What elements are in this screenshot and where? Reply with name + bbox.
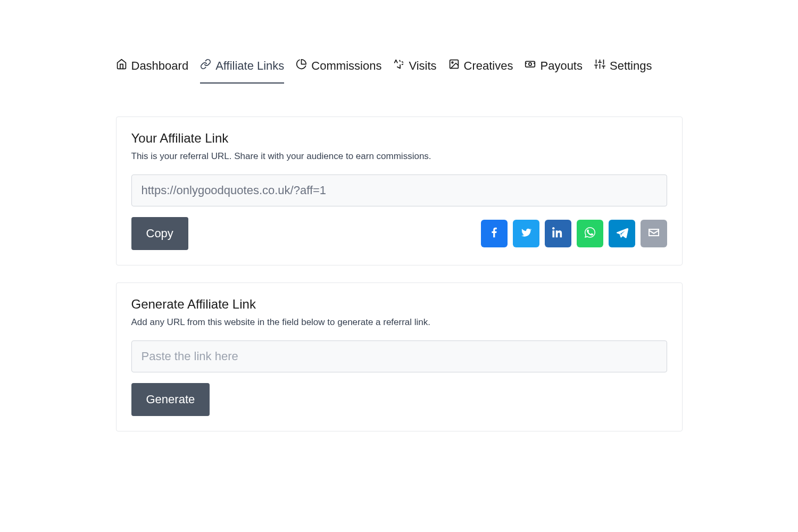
svg-point-1 (452, 62, 453, 63)
tab-label: Creatives (464, 59, 513, 73)
share-linkedin-button[interactable] (545, 220, 571, 247)
tab-label: Dashboard (131, 59, 189, 73)
telegram-icon (616, 226, 628, 241)
svg-point-3 (529, 63, 531, 65)
home-icon (116, 59, 127, 73)
image-icon (448, 59, 460, 73)
share-whatsapp-button[interactable] (577, 220, 603, 247)
share-telegram-button[interactable] (609, 220, 635, 247)
affiliate-link-heading: Your Affiliate Link (131, 131, 667, 146)
tab-label: Visits (409, 59, 436, 73)
tab-creatives[interactable]: Creatives (448, 59, 513, 84)
whatsapp-icon (584, 226, 596, 241)
share-twitter-button[interactable] (513, 220, 539, 247)
tab-settings[interactable]: Settings (594, 59, 652, 84)
generate-button[interactable]: Generate (131, 383, 210, 416)
share-facebook-button[interactable] (481, 220, 508, 247)
tab-dashboard[interactable]: Dashboard (116, 59, 189, 84)
tab-label: Affiliate Links (215, 59, 284, 73)
tab-payouts[interactable]: Payouts (525, 59, 583, 84)
share-buttons (481, 220, 667, 247)
affiliate-link-input[interactable] (131, 174, 667, 206)
copy-button[interactable]: Copy (131, 217, 188, 250)
tab-label: Settings (610, 59, 652, 73)
tab-label: Payouts (540, 59, 583, 73)
affiliate-link-description: This is your referral URL. Share it with… (131, 151, 667, 162)
share-email-button[interactable] (641, 220, 667, 247)
email-icon (647, 226, 660, 241)
link-icon (200, 59, 211, 73)
svg-rect-2 (526, 61, 535, 67)
tab-commissions[interactable]: Commissions (296, 59, 381, 84)
nav-tabs: Dashboard Affiliate Links Commissions Vi… (116, 59, 683, 84)
click-icon (393, 59, 404, 73)
twitter-icon (520, 227, 532, 240)
generate-link-card: Generate Affiliate Link Add any URL from… (116, 282, 683, 431)
generate-link-heading: Generate Affiliate Link (131, 297, 667, 312)
tab-label: Commissions (311, 59, 381, 73)
tab-affiliate-links[interactable]: Affiliate Links (200, 59, 284, 84)
linkedin-icon (552, 227, 564, 240)
generate-link-input[interactable] (131, 340, 667, 372)
facebook-icon (488, 227, 500, 240)
sliders-icon (594, 59, 605, 73)
generate-link-description: Add any URL from this website in the fie… (131, 317, 667, 328)
money-icon (525, 59, 536, 73)
affiliate-link-card: Your Affiliate Link This is your referra… (116, 117, 683, 265)
pie-chart-icon (296, 59, 307, 73)
tab-visits[interactable]: Visits (393, 59, 436, 84)
